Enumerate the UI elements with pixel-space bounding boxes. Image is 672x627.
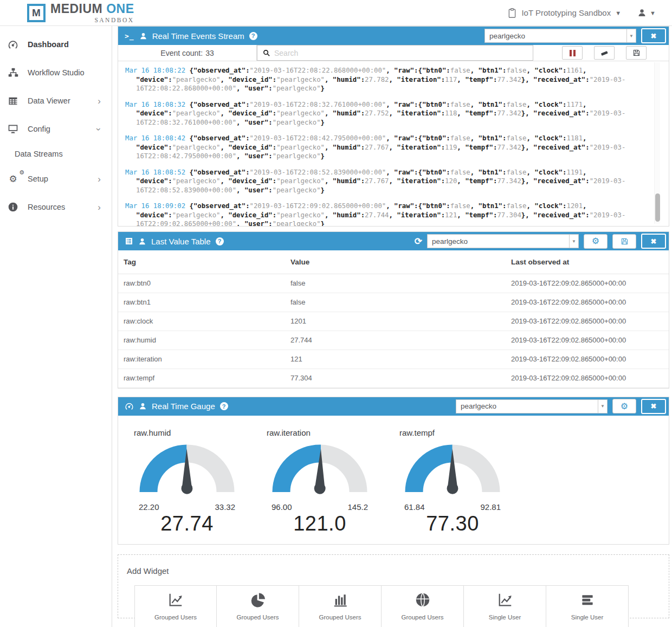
user-menu[interactable]: ▼ [637, 8, 656, 17]
gauge: raw.iteration96.00145.2121.0 [266, 428, 374, 535]
gauge-max: 92.81 [480, 502, 501, 512]
device-select-value: pearlgecko [456, 402, 598, 410]
gauge-value: 121.0 [266, 512, 374, 535]
table-row: raw:tempf77.3042019-03-16T22:09:02.86500… [118, 369, 669, 387]
add-widget-options: Grouped UsersGrouped UsersGrouped UsersG… [134, 585, 660, 627]
events-stream-header: >_ Real Time Events Stream ? pearlgecko … [118, 27, 669, 45]
gauge-dial [266, 439, 374, 500]
table-head: Tag Value Last observed at [118, 250, 669, 274]
gauge-label: raw.tempf [399, 428, 507, 437]
value-cell: false [285, 293, 506, 312]
monitor-icon [5, 122, 21, 135]
settings-button[interactable]: ⚙ [584, 234, 608, 249]
caret-down-icon: ▼ [615, 10, 621, 16]
gauge-minmax: 61.8492.81 [398, 502, 507, 512]
scrollbar-thumb[interactable] [655, 193, 660, 222]
logo-tagline: SANDBOX [50, 17, 134, 23]
logo-text: MEDIUM ONE SANDBOX [50, 3, 134, 23]
save-button[interactable] [626, 46, 647, 60]
last-value-table-header: Last Value Table ? ⟳ pearlgecko ▼ ⚙ ✖ [118, 232, 669, 250]
gauge-max: 145.2 [347, 502, 368, 512]
dashboard-icon [125, 402, 134, 411]
sidebar-item-workflow-studio[interactable]: Workflow Studio [0, 59, 112, 87]
chevron-right-icon: › [98, 203, 101, 212]
refresh-icon[interactable]: ⟳ [415, 236, 422, 247]
close-icon: ✖ [651, 32, 657, 40]
add-widget-option[interactable]: Single User [464, 585, 546, 627]
clear-button[interactable] [594, 46, 615, 60]
gauge-label: raw.humid [134, 428, 241, 437]
gauge-minmax: 22.2033.32 [133, 502, 241, 512]
sidebar-nav: DashboardWorkflow StudioData Viewer›Conf… [0, 26, 112, 627]
tag-cell: raw:humid [118, 331, 285, 350]
gauge-dial [133, 439, 241, 500]
sidebar-item-config[interactable]: Config› [0, 115, 112, 143]
chevron-right-icon: › [98, 174, 101, 184]
value-cell: 27.744 [285, 331, 506, 350]
close-widget-button[interactable]: ✖ [641, 399, 666, 414]
user-icon [139, 402, 147, 410]
add-widget-option-label: Grouped Users [237, 614, 279, 620]
gauge-label: raw.iteration [267, 428, 374, 437]
gauge-dial [398, 439, 507, 500]
log-entry: Mar 16 18:09:02 {"observed_at":"2019-03-… [125, 202, 645, 226]
sidebar-item-label: Config [28, 125, 50, 133]
device-select[interactable]: pearlgecko ▼ [427, 234, 579, 248]
event-count-label: Event count: [160, 49, 203, 57]
tag-cell: raw:btn0 [118, 274, 285, 293]
last-observed-cell: 2019-03-16T22:09:02.865000+00:00 [506, 331, 669, 350]
add-widget-option[interactable]: Grouped Users [382, 585, 464, 627]
add-widget-title: Add Widget [127, 566, 660, 576]
column-header-tag: Tag [118, 250, 285, 274]
logo-brand: MEDIUM ONE [50, 3, 134, 15]
close-widget-button[interactable]: ✖ [641, 234, 666, 249]
close-icon: ✖ [651, 237, 657, 245]
search-input[interactable] [274, 49, 507, 57]
table-row: raw:btn1false2019-03-16T22:09:02.865000+… [118, 293, 669, 312]
sidebar-item-resources[interactable]: Resources› [0, 193, 112, 221]
project-selector[interactable]: IoT Prototyping Sandbox ▼ [507, 8, 621, 18]
caret-down-icon: ▼ [598, 400, 607, 413]
chevron-down-icon: › [95, 127, 104, 131]
table-row: raw:humid27.7442019-03-16T22:09:02.86500… [118, 331, 669, 350]
save-widget-button[interactable] [612, 234, 636, 249]
tag-cell: raw:iteration [118, 350, 285, 369]
gauge-widget: Real Time Gauge ? pearlgecko ▼ ⚙ ✖ raw.h… [118, 397, 669, 545]
user-icon [138, 237, 146, 245]
help-icon[interactable]: ? [216, 237, 224, 245]
value-cell: 1201 [285, 312, 506, 331]
close-widget-button[interactable]: ✖ [641, 28, 666, 43]
caret-down-icon: ▼ [650, 10, 656, 16]
sidebar-item-data-streams[interactable]: Data Streams [0, 143, 112, 165]
table-icon [5, 94, 21, 107]
header-actions: pearlgecko ▼ ⚙ ✖ [456, 399, 666, 414]
sidebar-item-label: Setup [28, 174, 48, 183]
add-widget-option[interactable]: Single User [546, 585, 629, 627]
add-widget-option[interactable]: Grouped Users [299, 585, 382, 627]
logo-mark-icon: M [27, 4, 46, 22]
gauge-value: 27.74 [133, 512, 241, 535]
last-observed-cell: 2019-03-16T22:09:02.865000+00:00 [506, 293, 669, 312]
pause-button[interactable] [562, 46, 583, 60]
list-icon [125, 237, 133, 245]
stream-controls [562, 45, 647, 61]
logo-one: ONE [106, 2, 134, 16]
chevron-right-icon: › [98, 96, 101, 106]
sidebar-item-setup[interactable]: ⚙⚙Setup› [0, 165, 112, 193]
device-select[interactable]: pearlgecko ▼ [456, 399, 608, 413]
tag-cell: raw:btn1 [118, 293, 285, 312]
add-widget-option[interactable]: Grouped Users [217, 585, 299, 627]
value-cell: 121 [285, 350, 506, 369]
last-value-table-body: raw:btn0false2019-03-16T22:09:02.865000+… [118, 274, 669, 387]
event-log: Mar 16 18:08:22 {"observed_at":"2019-03-… [118, 61, 669, 226]
sidebar-item-dashboard[interactable]: Dashboard [0, 30, 112, 59]
scrollbar-track [654, 62, 660, 224]
line-chart-icon [496, 591, 514, 609]
sidebar-item-data-viewer[interactable]: Data Viewer› [0, 87, 112, 115]
settings-button[interactable]: ⚙ [612, 399, 636, 413]
log-entry: Mar 16 18:08:32 {"observed_at":"2019-03-… [125, 100, 645, 127]
device-select[interactable]: pearlgecko ▼ [484, 29, 636, 43]
add-widget-option[interactable]: Grouped Users [134, 585, 217, 627]
help-icon[interactable]: ? [220, 402, 228, 410]
help-icon[interactable]: ? [249, 32, 257, 40]
